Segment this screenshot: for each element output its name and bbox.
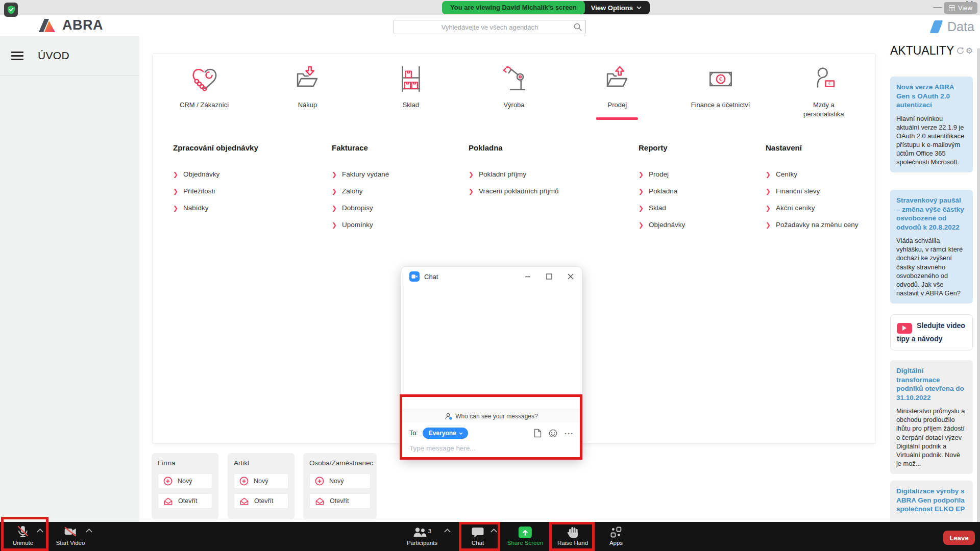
chat-message-input[interactable] [409, 444, 574, 452]
close-chat-icon[interactable] [568, 273, 574, 280]
nav-item-sklad[interactable]: Sklad [359, 61, 462, 120]
chevron-right-icon: ❯ [173, 171, 178, 178]
minimize-chat-icon[interactable] [525, 273, 531, 280]
menu-link-label: Zálohy [342, 187, 363, 195]
raise-hand-button[interactable]: Raise Hand [557, 522, 588, 546]
menu-link-pokladni-prijmy[interactable]: ❯Pokladní příjmy [469, 167, 558, 181]
nav-item-finance[interactable]: € Finance a účetnictví [669, 61, 772, 120]
menu-link-objednavky[interactable]: ❯Objednávky [173, 167, 258, 181]
nav-item-crm[interactable]: CRM / Zákazníci [153, 61, 256, 120]
new-firma-button[interactable]: Nový [158, 473, 212, 489]
emoji-icon[interactable] [549, 429, 557, 438]
menu-link-dobropisy[interactable]: ❯Dobropisy [332, 201, 389, 215]
news-item[interactable]: Stravenkový paušál – změna výše částky o… [890, 190, 973, 304]
chat-options-chevron[interactable] [491, 529, 497, 533]
file-attach-icon[interactable] [534, 429, 542, 438]
menu-link-zalohy[interactable]: ❯Zálohy [332, 184, 389, 198]
menu-link-label: Prodej [649, 170, 669, 178]
section-title: Zpracování objednávky [173, 143, 258, 152]
chat-message-list [401, 286, 582, 410]
menu-link-vraceni-pokladnich-prijmu[interactable]: ❯Vrácení pokladních příjmů [469, 184, 558, 198]
news-item[interactable]: Nová verze ABRA Gen s OAuth 2.0 autentiz… [890, 77, 973, 172]
to-label: To: [409, 430, 418, 437]
gear-icon[interactable]: ⚙ [966, 46, 973, 56]
minimize-window-icon[interactable]: — [931, 1, 944, 14]
news-header: AKTUALITY ⚙ [890, 44, 973, 58]
zoom-app-icon [409, 271, 420, 282]
chat-button[interactable]: Chat [472, 522, 484, 546]
video-tips-card[interactable]: Sledujte video tipy a návody [890, 314, 973, 350]
maximize-chat-icon[interactable] [546, 273, 552, 280]
menu-link-pozadavky-na-zmenu-ceny[interactable]: ❯Požadavky na změnu ceny [766, 218, 858, 232]
participants-options-chevron[interactable] [444, 529, 451, 533]
quick-card-firma: Firma Nový Otevřít [152, 453, 218, 519]
share-screen-button[interactable]: Share Screen [507, 522, 543, 546]
recipient-selector[interactable]: Everyone [423, 428, 468, 439]
data-brand-icon [929, 20, 943, 33]
open-artikl-button[interactable]: Otevřít [234, 493, 288, 509]
menu-link-report-sklad[interactable]: ❯Sklad [639, 201, 685, 215]
page-scrollbar[interactable] [977, 48, 980, 522]
menu-link-faktury-vydane[interactable]: ❯Faktury vydané [332, 167, 389, 181]
hamburger-menu-icon[interactable] [11, 52, 23, 60]
video-off-icon [64, 524, 77, 538]
refresh-icon[interactable] [956, 46, 965, 55]
app-header: ABRA Data [0, 15, 980, 36]
more-options-icon[interactable]: ··· [565, 429, 574, 438]
news-item-title: Stravenkový paušál – změna výše částky o… [896, 196, 967, 232]
menu-link-ceniky[interactable]: ❯Ceníky [766, 167, 858, 181]
menu-link-label: Upomínky [342, 221, 373, 229]
chat-privacy-notice[interactable]: Who can see your messages? [401, 410, 582, 422]
new-osoba-button[interactable]: Nový [309, 473, 371, 489]
chat-titlebar[interactable]: Chat [401, 267, 582, 286]
screen: — ✕ View You are viewing David Michalík'… [0, 0, 980, 551]
participants-icon [413, 526, 427, 538]
open-envelope-icon [315, 497, 325, 506]
nav-label: Prodej [607, 101, 627, 110]
nav-item-prodej[interactable]: Prodej [566, 61, 669, 120]
toolbar-label: Start Video [56, 540, 85, 546]
button-label: Otevřít [178, 497, 198, 505]
nav-item-vyroba[interactable]: Výroba [462, 61, 566, 120]
menu-link-report-objednavky[interactable]: ❯Objednávky [639, 218, 685, 232]
view-options-button[interactable]: View Options [581, 1, 650, 14]
news-item[interactable]: Digitální transformace podniků otevřena … [890, 360, 973, 474]
folder-download-icon [289, 61, 326, 97]
video-options-chevron[interactable] [86, 529, 92, 533]
chevron-right-icon: ❯ [173, 205, 178, 212]
open-osoba-button[interactable]: Otevřít [309, 493, 371, 509]
menu-link-report-prodej[interactable]: ❯Prodej [639, 167, 685, 181]
menu-link-financni-slevy[interactable]: ❯Finanční slevy [766, 184, 858, 198]
search-icon[interactable] [574, 23, 582, 31]
menu-link-upominky[interactable]: ❯Upomínky [332, 218, 389, 232]
menu-link-report-pokladna[interactable]: ❯Pokladna [639, 184, 685, 198]
open-firma-button[interactable]: Otevřít [158, 493, 212, 509]
unmute-button[interactable]: Unmute [13, 522, 33, 546]
menu-link-nabidky[interactable]: ❯Nabídky [173, 201, 258, 215]
nav-label: Finance a účetnictví [691, 101, 750, 110]
participants-button[interactable]: 3 Participants [407, 522, 437, 546]
apps-button[interactable]: Apps [609, 522, 623, 546]
start-video-button[interactable]: Start Video [56, 522, 85, 546]
quick-card-osoba: Osoba/Zaměstnanec Nový Otevřít [303, 453, 377, 519]
menu-link-label: Faktury vydané [342, 170, 389, 178]
new-artikl-button[interactable]: Nový [234, 473, 288, 489]
menu-link-label: Objednávky [183, 170, 219, 178]
leave-button[interactable]: Leave [943, 531, 975, 545]
unmute-options-chevron[interactable] [37, 529, 43, 533]
section-reporty: Reporty ❯Prodej ❯Pokladna ❯Sklad ❯Objedn… [639, 143, 685, 235]
view-button[interactable]: View [944, 2, 977, 14]
meeting-security-badge[interactable] [4, 3, 18, 17]
nav-item-nakup[interactable]: Nákup [256, 61, 359, 120]
quick-card-title: Osoba/Zaměstnanec [309, 459, 371, 467]
menu-link-label: Dobropisy [342, 204, 373, 212]
nav-item-mzdy[interactable]: € Mzdy a personalistika [772, 61, 875, 120]
chevron-right-icon: ❯ [766, 221, 771, 229]
chevron-right-icon: ❯ [639, 205, 644, 212]
menu-link-prilezitosti[interactable]: ❯Příležitosti [173, 184, 258, 198]
grid-view-icon [949, 5, 955, 11]
menu-link-akcni-ceniky[interactable]: ❯Akční ceníky [766, 201, 858, 215]
search-input[interactable] [394, 20, 586, 34]
person-euro-icon: € [805, 61, 842, 97]
news-item[interactable]: Digitalizace výroby s ABRA Gen podpořila… [890, 481, 973, 524]
